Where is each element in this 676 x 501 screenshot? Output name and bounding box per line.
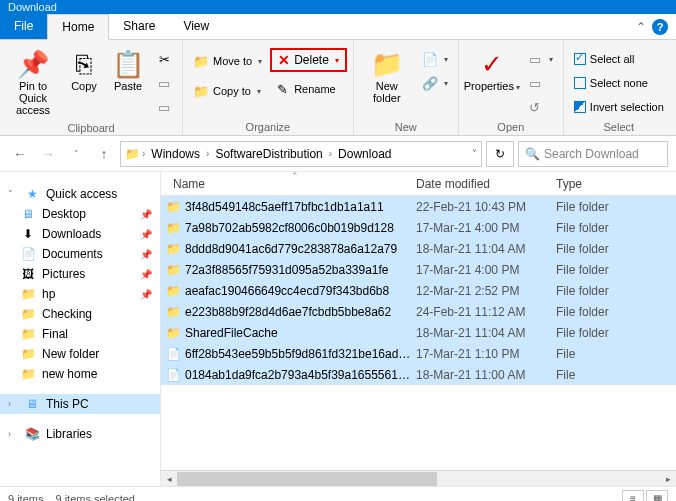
sidebar-item-label: Checking: [42, 307, 92, 321]
chevron-right-icon[interactable]: ›: [8, 429, 18, 439]
chevron-right-icon[interactable]: ›: [206, 148, 209, 159]
sidebar-item-label: New folder: [42, 347, 99, 361]
up-button[interactable]: ↑: [92, 142, 116, 166]
status-selected-count: 9 items selected: [55, 493, 134, 502]
select-none-button[interactable]: Select none: [570, 72, 668, 94]
horizontal-scrollbar[interactable]: ◂ ▸: [161, 470, 676, 486]
file-row[interactable]: 📁7a98b702ab5982cf8006c0b019b9d12817-Mar-…: [161, 217, 676, 238]
new-item-button[interactable]: 📄▾: [418, 48, 452, 70]
pin-to-quick-access-button[interactable]: 📌 Pin to Quick access: [6, 44, 60, 120]
move-to-button[interactable]: 📁 Move to▾: [189, 50, 266, 72]
nav-quick-access[interactable]: ˅ ★ Quick access: [0, 184, 160, 204]
column-type[interactable]: Type: [556, 177, 646, 191]
sidebar-item[interactable]: 📁New folder: [0, 344, 160, 364]
properties-button[interactable]: ✓ Properties▾: [465, 44, 519, 98]
file-row[interactable]: 📁SharedFileCache18-Mar-21 11:04 AMFile f…: [161, 322, 676, 343]
search-input[interactable]: 🔍 Search Download: [518, 141, 668, 167]
file-name: 0184ab1da9fca2b793a4b5f39a1655561108...: [185, 368, 416, 382]
paste-shortcut-button[interactable]: ▭: [152, 96, 176, 118]
sidebar-item[interactable]: 📄Documents📌: [0, 244, 160, 264]
properties-icon: ✓: [481, 48, 503, 80]
sidebar-item[interactable]: 🖥Desktop📌: [0, 204, 160, 224]
file-row[interactable]: 📁3f48d549148c5aeff17bfbc1db1a1a1122-Feb-…: [161, 196, 676, 217]
column-name[interactable]: Name: [161, 177, 416, 191]
scroll-left-icon[interactable]: ◂: [161, 472, 177, 486]
history-button[interactable]: ↺: [523, 96, 557, 118]
file-type: File folder: [556, 326, 646, 340]
file-icon: 📄: [161, 347, 185, 361]
select-all-button[interactable]: Select all: [570, 48, 668, 70]
breadcrumb-segment[interactable]: Windows: [147, 147, 204, 161]
sidebar-item[interactable]: 📁Checking: [0, 304, 160, 324]
group-label-open: Open: [497, 121, 524, 133]
sidebar-item[interactable]: 🖼Pictures📌: [0, 264, 160, 284]
view-icons-button[interactable]: ▦: [646, 490, 668, 502]
file-list[interactable]: 📁3f48d549148c5aeff17bfbc1db1a1a1122-Feb-…: [161, 196, 676, 470]
nav-libraries[interactable]: › 📚 Libraries: [0, 424, 160, 444]
address-dropdown-icon[interactable]: ˅: [472, 148, 477, 159]
back-button[interactable]: ←: [8, 142, 32, 166]
file-row[interactable]: 📁8ddd8d9041ac6d779c283878a6a12a7918-Mar-…: [161, 238, 676, 259]
sidebar-item[interactable]: ⬇Downloads📌: [0, 224, 160, 244]
view-details-button[interactable]: ≡: [622, 490, 644, 502]
tab-home[interactable]: Home: [47, 14, 109, 40]
folder-icon: 📁: [161, 284, 185, 298]
edit-button[interactable]: ▭: [523, 72, 557, 94]
tab-share[interactable]: Share: [109, 14, 169, 39]
refresh-button[interactable]: ↻: [486, 141, 514, 167]
main-area: ˅ ★ Quick access 🖥Desktop📌⬇Downloads📌📄Do…: [0, 172, 676, 486]
title-bar: Download: [0, 0, 676, 14]
nav-this-pc[interactable]: › 🖥 This PC: [0, 394, 160, 414]
rename-icon: ✎: [274, 82, 290, 97]
file-row[interactable]: 📄6ff28b543ee59b5b5f9d861fd321be16adb8...…: [161, 343, 676, 364]
sidebar-item[interactable]: 📁hp📌: [0, 284, 160, 304]
navigation-pane[interactable]: ˅ ★ Quick access 🖥Desktop📌⬇Downloads📌📄Do…: [0, 172, 160, 486]
tab-view[interactable]: View: [169, 14, 223, 39]
scroll-right-icon[interactable]: ▸: [660, 472, 676, 486]
chevron-down-icon[interactable]: ˅: [8, 189, 18, 199]
file-icon: 📄: [161, 368, 185, 382]
breadcrumb-segment[interactable]: Download: [334, 147, 395, 161]
delete-button[interactable]: ✕ Delete▾: [270, 48, 347, 72]
chevron-right-icon[interactable]: ›: [142, 148, 145, 159]
paste-button[interactable]: 📋 Paste: [108, 44, 148, 96]
file-type: File folder: [556, 284, 646, 298]
file-name: 3f48d549148c5aeff17bfbc1db1a1a11: [185, 200, 416, 214]
window-title: Download: [8, 1, 57, 13]
sidebar-item[interactable]: 📁Final: [0, 324, 160, 344]
rename-button[interactable]: ✎ Rename: [270, 78, 347, 100]
chevron-right-icon[interactable]: ›: [8, 399, 18, 409]
sidebar-item-label: Pictures: [42, 267, 85, 281]
column-date[interactable]: Date modified: [416, 177, 556, 191]
copy-to-button[interactable]: 📁 Copy to▾: [189, 80, 266, 102]
help-icon[interactable]: ?: [652, 19, 668, 35]
open-button[interactable]: ▭▾: [523, 48, 557, 70]
sidebar-item-label: Downloads: [42, 227, 101, 241]
file-row[interactable]: 📁aeafac190466649cc4ecd79f343bd6b812-Mar-…: [161, 280, 676, 301]
copy-button[interactable]: ⎘ Copy: [64, 44, 104, 96]
chevron-right-icon[interactable]: ›: [329, 148, 332, 159]
ribbon-collapse-icon[interactable]: ⌃: [636, 20, 646, 34]
sidebar-item[interactable]: 📁new home: [0, 364, 160, 384]
tab-file[interactable]: File: [0, 14, 47, 39]
breadcrumb-segment[interactable]: SoftwareDistribution: [211, 147, 326, 161]
paste-icon: 📋: [112, 48, 144, 80]
invert-selection-button[interactable]: Invert selection: [570, 96, 668, 118]
copy-path-button[interactable]: ▭: [152, 72, 176, 94]
recent-locations-button[interactable]: ˅: [64, 142, 88, 166]
cut-button[interactable]: ✂: [152, 48, 176, 70]
new-folder-button[interactable]: 📁 New folder: [360, 44, 414, 108]
file-date: 18-Mar-21 11:04 AM: [416, 326, 556, 340]
file-date: 22-Feb-21 10:43 PM: [416, 200, 556, 214]
sort-indicator-icon: ⌃: [291, 172, 299, 181]
status-bar: 9 items 9 items selected ≡ ▦: [0, 486, 676, 501]
address-bar[interactable]: 📁 › Windows › SoftwareDistribution › Dow…: [120, 141, 482, 167]
easy-access-button[interactable]: 🔗▾: [418, 72, 452, 94]
file-row[interactable]: 📁e223b88b9f28d4d6ae7fcbdb5bbe8a6224-Feb-…: [161, 301, 676, 322]
file-row[interactable]: 📄0184ab1da9fca2b793a4b5f39a1655561108...…: [161, 364, 676, 385]
forward-button[interactable]: →: [36, 142, 60, 166]
file-type: File: [556, 347, 646, 361]
folder-icon: 📁: [161, 263, 185, 277]
file-row[interactable]: 📁72a3f88565f75931d095a52ba339a1fe17-Mar-…: [161, 259, 676, 280]
scrollbar-thumb[interactable]: [177, 472, 437, 486]
